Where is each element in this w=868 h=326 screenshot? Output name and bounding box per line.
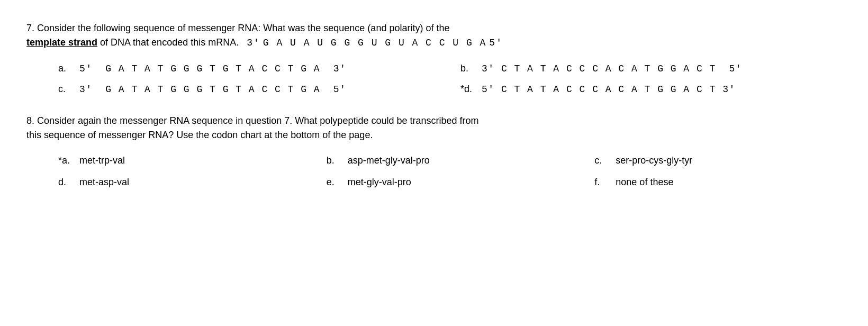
q8-option-f-label: f.: [594, 177, 611, 188]
q7-mrna-label: 3': [247, 38, 260, 48]
q7-option-b-label: b.: [460, 63, 477, 74]
q7-option-a-text: 5' G A T A T G G G T G T A C C T G A 3': [79, 64, 346, 74]
q8-body: Consider again the messenger RNA sequenc…: [37, 115, 479, 126]
question-7: 7. Consider the following sequence of me…: [26, 21, 842, 95]
q7-options: a. 5' G A T A T G G G T G T A C C T G A …: [26, 63, 842, 95]
q8-option-f-text: none of these: [616, 177, 673, 188]
q7-text-after: of DNA that encoded this mRNA.: [100, 37, 244, 48]
q8-option-e-label: e.: [327, 177, 343, 188]
q8-option-c: c. ser-pro-cys-gly-tyr: [594, 155, 842, 166]
q7-option-d-text: 5' C T A T A C C C A C A T G G A C T 3': [482, 84, 736, 95]
question-8: 8. Consider again the messenger RNA sequ…: [26, 114, 842, 188]
q8-option-b-text: asp-met-gly-val-pro: [348, 155, 430, 166]
q8-option-a-label: *a.: [58, 155, 75, 166]
q7-option-c-label: c.: [58, 84, 75, 95]
q8-option-b-label: b.: [327, 155, 343, 166]
q7-underline: template strand: [26, 37, 97, 48]
q7-number: 7.: [26, 23, 34, 33]
q7-option-d: *d. 5' C T A T A C C C A C A T G G A C T…: [460, 84, 842, 95]
q7-option-c-text: 3' G A T A T G G G T G T A C C T G A 5': [79, 84, 346, 95]
q8-option-d-label: d.: [58, 177, 75, 188]
q7-option-a: a. 5' G A T A T G G G T G T A C C T G A …: [58, 63, 439, 74]
q7-mrna-sequence: G A U A U G G G U G U A C C U G A: [263, 38, 486, 48]
q8-option-d: d. met-asp-val: [58, 177, 305, 188]
question-8-text: 8. Consider again the messenger RNA sequ…: [26, 114, 842, 142]
q7-option-d-label: *d.: [460, 84, 477, 95]
q7-option-a-label: a.: [58, 63, 75, 74]
q7-option-b: b. 3' C T A T A C C C A C A T G G A C T …: [460, 63, 842, 74]
q8-option-e-text: met-gly-val-pro: [348, 177, 411, 188]
q7-mrna-end: 5': [489, 38, 503, 48]
q8-number: 8.: [26, 115, 34, 126]
q8-option-a: *a. met-trp-val: [58, 155, 305, 166]
q8-body2: this sequence of messenger RNA? Use the …: [26, 130, 373, 140]
q8-option-b: b. asp-met-gly-val-pro: [327, 155, 574, 166]
q7-text-before: Consider the following sequence of messe…: [37, 23, 449, 33]
q8-option-c-label: c.: [594, 155, 611, 166]
q7-option-b-text: 3' C T A T A C C C A C A T G G A C T 5': [482, 64, 742, 74]
q8-option-c-text: ser-pro-cys-gly-tyr: [616, 155, 692, 166]
q8-option-e: e. met-gly-val-pro: [327, 177, 574, 188]
q8-option-f: f. none of these: [594, 177, 842, 188]
q8-option-d-text: met-asp-val: [79, 177, 129, 188]
question-7-text: 7. Consider the following sequence of me…: [26, 21, 842, 50]
q7-option-c: c. 3' G A T A T G G G T G T A C C T G A …: [58, 84, 439, 95]
q8-option-a-text: met-trp-val: [79, 155, 125, 166]
q8-options: *a. met-trp-val b. asp-met-gly-val-pro c…: [26, 155, 842, 188]
